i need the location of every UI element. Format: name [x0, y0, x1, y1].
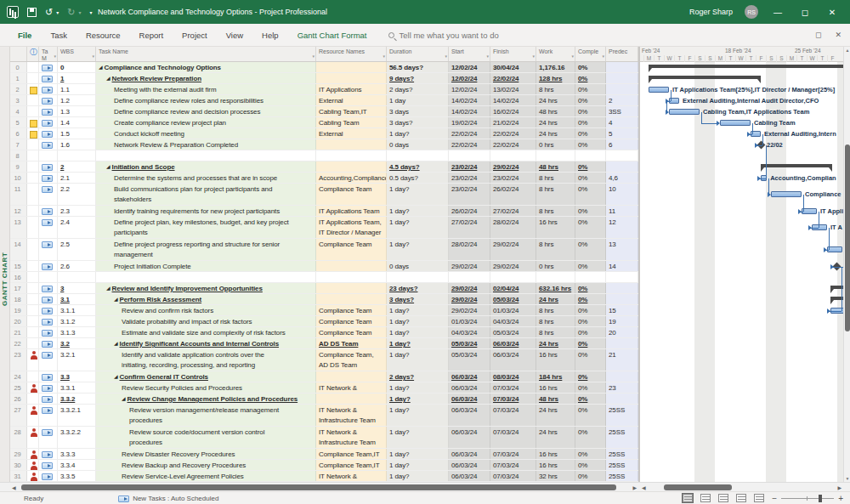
task-bar[interactable] [649, 87, 669, 93]
cell-dur[interactable]: 1 day? [387, 206, 449, 216]
cell-comp[interactable]: 0% [575, 117, 606, 127]
cell-start[interactable]: 06/03/24 [449, 449, 490, 459]
task-row[interactable]: 193.1.1Review and confirm risk factorsCo… [10, 305, 638, 316]
save-button[interactable] [27, 8, 37, 17]
cell-fin[interactable]: 28/02/24 [490, 217, 536, 238]
cell-id[interactable]: 11 [10, 184, 27, 205]
cell-comp[interactable]: 0% [575, 62, 606, 72]
cell-id[interactable]: 3 [10, 95, 27, 105]
cell-start[interactable]: 06/03/24 [449, 405, 490, 426]
collapse-triangle-icon[interactable]: ◢ [99, 65, 103, 70]
cell-work[interactable]: 0 hrs [536, 139, 575, 150]
cell-id[interactable]: 26 [10, 394, 27, 404]
cell-wbs[interactable]: 3.2 [58, 338, 96, 348]
cell-work[interactable]: 24 hrs [536, 338, 575, 348]
cell-work[interactable]: 128 hrs [536, 73, 575, 83]
cell-fin[interactable]: 29/02/24 [490, 161, 536, 172]
cell-dur[interactable]: 2 days? [387, 84, 449, 94]
cell-mode[interactable] [39, 427, 58, 448]
cell-comp[interactable]: 0% [575, 95, 606, 105]
tab-view[interactable]: View [217, 25, 252, 45]
cell-pred[interactable]: 19 [606, 316, 638, 326]
cell-mode[interactable] [39, 338, 58, 348]
cell-start[interactable]: 26/02/24 [449, 206, 490, 216]
cell-pred[interactable]: 25SS [606, 427, 638, 448]
cell-comp[interactable]: 0% [575, 460, 606, 470]
cell-mode[interactable] [39, 449, 58, 459]
cell-comp[interactable] [575, 272, 606, 282]
cell-work[interactable]: 0 hrs [536, 261, 575, 271]
redo-dropdown-icon[interactable]: ▾ [78, 9, 81, 15]
cell-wbs[interactable]: 2 [58, 161, 96, 172]
column-header-res[interactable]: Resource Names▾ [316, 47, 387, 61]
cell-wbs[interactable]: 1.4 [58, 117, 96, 127]
cell-fin[interactable]: 16/02/24 [490, 106, 536, 116]
tab-file[interactable]: File [8, 25, 41, 45]
cell-comp[interactable] [575, 150, 606, 161]
cell-res[interactable]: Cabling Team,IT Applicatio [316, 106, 387, 116]
cell-res[interactable]: IT Network & Infrastructu [316, 382, 387, 393]
scroll-down-icon[interactable]: ▼ [844, 476, 850, 481]
cell-comp[interactable]: 0% [575, 84, 606, 94]
cell-start[interactable]: 06/03/24 [449, 471, 490, 481]
cell-comp[interactable]: 0% [575, 283, 606, 293]
close-button[interactable]: ✕ [824, 8, 840, 17]
cell-dur[interactable]: 3 days [387, 106, 449, 116]
cell-wbs[interactable]: 1.2 [58, 95, 96, 105]
column-header-name[interactable]: Task Name▾ [96, 47, 316, 61]
cell-name[interactable]: ◢Identify Significant Accounts and Inter… [96, 338, 316, 348]
cell-wbs[interactable]: 1.3 [58, 106, 96, 116]
view-task-usage-button[interactable] [700, 494, 711, 502]
cell-ind[interactable] [27, 427, 39, 448]
cell-fin[interactable]: 07/03/24 [490, 382, 536, 393]
task-row[interactable]: 303.3.4Review Backup and Recovery Proced… [10, 460, 638, 471]
task-row[interactable]: 203.1.2Validate probability and impact o… [10, 316, 638, 327]
cell-work[interactable]: 8 hrs [536, 316, 575, 326]
cell-name[interactable] [96, 272, 316, 282]
cell-name[interactable]: Review version management/release manage… [96, 405, 316, 426]
cell-id[interactable]: 5 [10, 117, 27, 127]
summary-bar[interactable] [649, 76, 761, 79]
cell-fin[interactable]: 22/02/24 [490, 128, 536, 139]
cell-ind[interactable] [27, 460, 39, 470]
column-header-work[interactable]: Work▾ [536, 47, 575, 61]
vertical-scrollbar[interactable]: ▲ ▼ [843, 47, 850, 482]
cell-wbs[interactable]: 3.3 [58, 371, 96, 382]
collapse-triangle-icon[interactable]: ◢ [114, 341, 118, 346]
cell-id[interactable]: 4 [10, 106, 27, 116]
table-hscroll-thumb[interactable] [21, 484, 616, 490]
cell-ind[interactable] [27, 84, 39, 94]
cell-ind[interactable] [27, 73, 39, 83]
cell-work[interactable]: 8 hrs [536, 173, 575, 183]
filter-arrow-icon[interactable]: ▾ [571, 53, 574, 59]
ribbon-close-icon[interactable]: ✕ [835, 31, 842, 39]
cell-ind[interactable] [27, 217, 39, 238]
cell-mode[interactable] [39, 405, 58, 426]
cell-work[interactable]: 24 hrs [536, 294, 575, 304]
cell-fin[interactable] [490, 272, 536, 282]
cell-mode[interactable] [39, 382, 58, 393]
collapse-triangle-icon[interactable]: ◢ [106, 164, 110, 169]
tab-resource[interactable]: Resource [76, 25, 130, 45]
cell-ind[interactable] [27, 305, 39, 315]
cell-pred[interactable]: 10 [606, 184, 638, 205]
cell-id[interactable]: 25 [10, 382, 27, 393]
tab-report[interactable]: Report [130, 25, 173, 45]
cell-start[interactable]: 06/03/24 [449, 371, 490, 382]
scroll-up-icon[interactable]: ▲ [844, 48, 850, 53]
cell-mode[interactable] [39, 305, 58, 315]
cell-fin[interactable]: 07/03/24 [490, 405, 536, 426]
cell-work[interactable]: 8 hrs [536, 206, 575, 216]
cell-name[interactable]: Review Security Policies and Procedures [96, 382, 316, 393]
cell-id[interactable]: 14 [10, 239, 27, 260]
cell-pred[interactable]: 20 [606, 327, 638, 337]
cell-name[interactable]: ◢Initiation and Scope [96, 161, 316, 172]
collapse-triangle-icon[interactable]: ◢ [114, 374, 118, 379]
cell-res[interactable]: IT Network & Infrastructure Team [316, 405, 387, 426]
cell-id[interactable]: 0 [10, 62, 27, 72]
cell-wbs[interactable]: 3.3.3 [58, 449, 96, 459]
table-scroll-left-icon[interactable]: ◀ [12, 484, 16, 490]
cell-work[interactable]: 48 hrs [536, 161, 575, 172]
cell-work[interactable]: 16 hrs [536, 217, 575, 238]
cell-start[interactable]: 06/03/24 [449, 382, 490, 393]
